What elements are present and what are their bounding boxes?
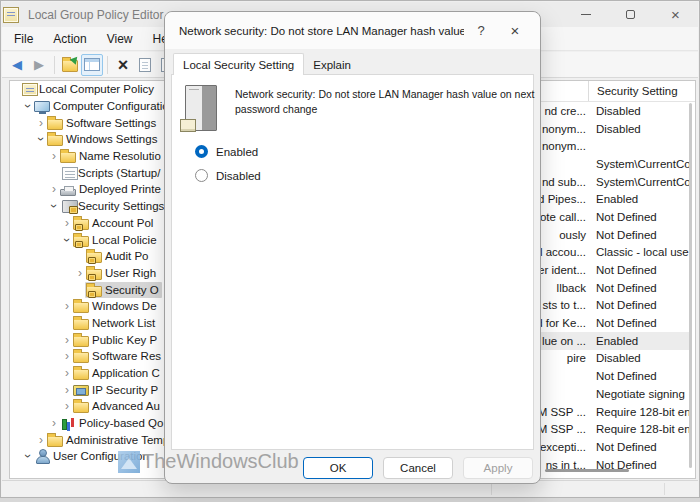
security-setting-cell: Disabled [589, 352, 689, 364]
tree-item-label: Audit Po [105, 250, 148, 262]
security-setting-cell: Classic - local use [589, 246, 689, 258]
tree-expander-chevron-icon[interactable] [62, 366, 72, 380]
security-setting-cell: Require 128-bit en [589, 406, 689, 418]
console-window-icon [84, 58, 100, 71]
column-header-security-setting[interactable]: Security Setting [589, 85, 695, 97]
local-group-policy-editor-window: Local Group Policy Editor × File Action … [0, 0, 700, 498]
enabled-radio-row[interactable]: Enabled [195, 145, 258, 158]
forward-button[interactable]: ▶ [28, 54, 50, 76]
tree-expander-chevron-icon[interactable] [49, 416, 59, 430]
menu-action[interactable]: Action [43, 29, 96, 49]
disabled-radio-row[interactable]: Disabled [195, 169, 261, 182]
tree-item-icon [34, 101, 50, 112]
dialog-titlebar: Network security: Do not store LAN Manag… [165, 12, 540, 50]
tree-expander-chevron-icon[interactable] [49, 199, 59, 213]
properties-doc-icon [139, 58, 151, 72]
properties-button[interactable] [134, 54, 156, 76]
tree-item-icon [47, 119, 63, 130]
show-console-tree-button[interactable] [81, 54, 103, 76]
tree-item-icon [73, 369, 89, 380]
back-button[interactable]: ◀ [6, 54, 28, 76]
security-setting-cell: System\CurrentCo [589, 158, 689, 170]
tree-item-label: Account Pol [92, 217, 153, 229]
dialog-close-button[interactable]: × [498, 18, 532, 44]
tab-local-security-setting[interactable]: Local Security Setting [173, 53, 304, 75]
tree-item-icon [47, 436, 63, 447]
apply-button[interactable]: Apply [463, 457, 533, 479]
security-setting-cell: Require 128-bit en [589, 423, 689, 435]
tree-item-icon [73, 319, 89, 330]
tree-expander-chevron-icon[interactable] [49, 149, 59, 163]
watermark-text: TheWindowsClub [142, 450, 299, 473]
list-vertical-scrollbar[interactable] [689, 103, 692, 468]
menu-file[interactable]: File [4, 29, 43, 49]
tree-expander-chevron-icon[interactable] [62, 216, 72, 230]
maximize-button[interactable] [608, 2, 653, 27]
security-setting-cell: Disabled [589, 105, 689, 117]
tab-explain[interactable]: Explain [304, 56, 360, 75]
tree-item-icon [73, 385, 89, 396]
tree-expander-chevron-icon[interactable] [75, 266, 85, 280]
tree-item-label: User Righ [105, 267, 156, 279]
close-button[interactable]: × [653, 2, 698, 27]
security-setting-cell: Not Defined [589, 370, 689, 382]
tree-item-icon [73, 302, 89, 313]
thewindowsclub-logo-icon [118, 451, 140, 473]
dialog-title: Network security: Do not store LAN Manag… [179, 25, 464, 37]
security-setting-cell: Not Defined [589, 282, 689, 294]
tree-item-label: Security Settings [78, 200, 164, 212]
tree-item-icon [73, 336, 89, 347]
tree-item-icon [60, 415, 76, 431]
tree-item-label: Software Res [92, 350, 161, 362]
tree-item-icon [62, 167, 78, 180]
tree-item-label: Administrative Temp [66, 434, 169, 446]
security-setting-cell: Not Defined [589, 317, 689, 329]
list-horizontal-scrollbar[interactable] [545, 469, 629, 472]
tree-expander-chevron-icon[interactable] [62, 333, 72, 347]
tree-item-label: Network List [92, 317, 155, 329]
dialog-help-button[interactable]: ? [464, 18, 498, 44]
ok-button[interactable]: OK [303, 457, 373, 479]
security-setting-cell: Not Defined [589, 441, 689, 453]
tree-expander-chevron-icon[interactable] [23, 99, 33, 113]
policy-properties-dialog: Network security: Do not store LAN Manag… [164, 11, 541, 484]
tree-expander-chevron-icon[interactable] [23, 449, 33, 463]
local-security-setting-tab-page: Network security: Do not store LAN Manag… [171, 74, 534, 450]
tree-item-icon [86, 286, 102, 297]
tree-item-icon [60, 189, 76, 196]
watermark: TheWindowsClub [118, 450, 299, 473]
tree-item-icon [73, 352, 89, 363]
tree-expander-chevron-icon[interactable] [62, 349, 72, 363]
security-setting-cell: Not Defined [589, 229, 689, 241]
tree-item-icon [73, 402, 89, 413]
tree-expander-chevron-icon[interactable] [36, 433, 46, 447]
tree-expander-chevron-icon[interactable] [62, 383, 72, 397]
disabled-radio-button[interactable] [195, 169, 208, 182]
minimize-icon [581, 14, 591, 15]
tree-expander-chevron-icon[interactable] [62, 233, 72, 247]
security-setting-cell: System\CurrentCo [589, 176, 689, 188]
minimize-button[interactable] [563, 2, 608, 27]
tree-item-icon [22, 83, 38, 96]
up-one-level-button[interactable] [59, 54, 81, 76]
tree-expander-chevron-icon[interactable] [36, 132, 46, 146]
tree-expander-chevron-icon[interactable] [62, 399, 72, 413]
tree-item-icon [62, 200, 78, 213]
tree-expander-chevron-icon[interactable] [36, 116, 46, 130]
tree-item-label: Application C [92, 367, 160, 379]
tree-item-label: Local Policie [92, 234, 157, 246]
menu-view[interactable]: View [97, 29, 143, 49]
tree-item-label: Software Settings [66, 117, 156, 129]
server-policy-icon [185, 85, 217, 131]
tree-item-icon [86, 252, 102, 263]
tree-expander-chevron-icon[interactable] [49, 182, 59, 196]
tree-item-label: IP Security P [92, 384, 158, 396]
disabled-radio-label: Disabled [216, 170, 261, 182]
enabled-radio-button[interactable] [195, 145, 208, 158]
delete-button[interactable]: × [112, 54, 134, 76]
cancel-button[interactable]: Cancel [383, 457, 453, 479]
toolbar-separator [107, 56, 108, 74]
tree-expander-chevron-icon[interactable] [62, 299, 72, 313]
policy-setting-description: Network security: Do not store LAN Manag… [235, 87, 535, 117]
tree-item-label: Windows De [92, 300, 157, 312]
